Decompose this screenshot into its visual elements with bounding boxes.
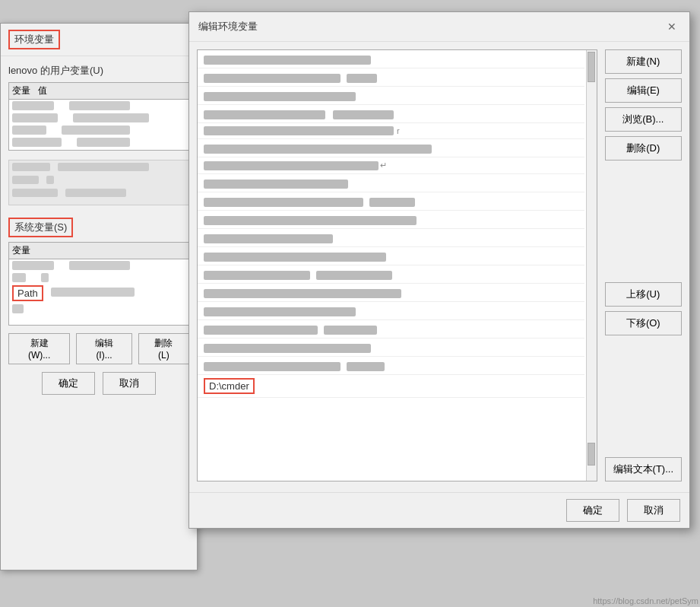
- env-ok-btn[interactable]: 确定: [42, 372, 95, 395]
- env-dialog-title: 环境变量: [8, 30, 60, 49]
- sys-blur1v: [69, 261, 130, 270]
- edit-user-var-btn[interactable]: 编辑(I)...: [76, 333, 132, 364]
- path-list[interactable]: r ↵: [197, 49, 597, 481]
- new-path-btn[interactable]: 新建(N): [605, 49, 682, 74]
- path-item-11[interactable]: [198, 229, 584, 247]
- user-vars-list[interactable]: 变量 值: [8, 82, 189, 151]
- system-vars-list[interactable]: 变量 Path: [8, 242, 189, 326]
- path-blur-9: [204, 198, 363, 207]
- edit-dialog-close-btn[interactable]: ✕: [664, 18, 680, 35]
- path-blur-3: [204, 92, 356, 101]
- scrollbar-thumb-top: [588, 52, 595, 82]
- sys-var-row-2[interactable]: [9, 272, 188, 284]
- path-blur-1: [204, 56, 371, 65]
- path-item-4[interactable]: [198, 105, 584, 123]
- sys-var-row-1[interactable]: [9, 259, 188, 272]
- path-blur-11: [204, 234, 333, 243]
- delete-path-btn[interactable]: 删除(D): [605, 136, 682, 160]
- sys-blur1: [12, 261, 54, 270]
- system-section-label: 系统变量(S): [8, 218, 73, 237]
- path-suffix-7: ↵: [380, 160, 387, 170]
- env-dialog-body: lenovo 的用户变量(U) 变量 值: [1, 56, 197, 402]
- path-item-18[interactable]: [198, 357, 584, 375]
- sys-var-row-3[interactable]: [9, 303, 188, 315]
- path-item-3[interactable]: [198, 87, 584, 105]
- env-dialog-actions: 新建(W)... 编辑(I)... 删除(L) 确定 取消: [8, 333, 189, 395]
- col-var: 变量: [12, 84, 30, 97]
- blur-section-middle: [8, 160, 189, 205]
- btn-spacer2: [605, 340, 682, 453]
- blur-val1: [69, 101, 130, 110]
- path-item-17[interactable]: [198, 338, 584, 357]
- edit-dialog-footer: 确定 取消: [189, 492, 689, 528]
- path-blur-13: [204, 271, 310, 280]
- path-item-7[interactable]: ↵: [198, 157, 584, 174]
- btn-spacer: [605, 165, 682, 278]
- path-item-13[interactable]: [198, 265, 584, 284]
- path-list-inner: r ↵: [198, 50, 597, 398]
- path-item-15[interactable]: [198, 302, 584, 320]
- edit-env-var-dialog: 编辑环境变量 ✕: [188, 11, 690, 529]
- blur-var3: [12, 126, 46, 135]
- edit-dialog-body: r ↵: [189, 42, 689, 489]
- watermark: https://blog.csdn.net/petSym: [591, 595, 700, 607]
- path-item-2[interactable]: [198, 68, 584, 87]
- path-blur-2: [204, 74, 340, 83]
- env-cancel-btn[interactable]: 取消: [103, 372, 156, 395]
- path-blur-12: [204, 253, 386, 262]
- user-var-row-3[interactable]: [9, 124, 188, 136]
- path-item-9[interactable]: [198, 192, 584, 211]
- path-blur-13b: [316, 271, 392, 280]
- path-item-16[interactable]: [198, 320, 584, 338]
- env-ok-cancel-row: 确定 取消: [8, 372, 189, 395]
- edit-cancel-btn[interactable]: 取消: [627, 499, 680, 522]
- user-vars-section: lenovo 的用户变量(U) 变量 值: [8, 64, 189, 151]
- user-vars-header: 变量 值: [9, 83, 188, 100]
- path-var-row[interactable]: Path: [9, 284, 188, 303]
- move-down-btn[interactable]: 下移(O): [605, 311, 682, 335]
- blur-var2: [12, 113, 58, 122]
- path-label: Path: [12, 285, 43, 301]
- system-vars-section: 系统变量(S) 变量 Path: [8, 218, 189, 326]
- delete-user-var-btn[interactable]: 删除(L): [138, 333, 189, 364]
- cmder-path-row[interactable]: D:\cmder: [198, 375, 584, 398]
- col-val: 值: [38, 84, 47, 97]
- path-blur-8: [204, 180, 348, 189]
- env-variables-dialog: 环境变量 lenovo 的用户变量(U) 变量 值: [0, 23, 198, 570]
- path-blur-17: [204, 344, 371, 353]
- path-blur-16b: [324, 326, 377, 335]
- path-item-14[interactable]: [198, 284, 584, 302]
- path-blur-4b: [333, 110, 394, 119]
- user-var-row-2[interactable]: [9, 112, 188, 124]
- edit-text-btn[interactable]: 编辑文本(T)...: [605, 457, 682, 481]
- path-item-5[interactable]: r: [198, 123, 584, 139]
- browse-path-btn[interactable]: 浏览(B)...: [605, 107, 682, 132]
- edit-dialog-title: 编辑环境变量: [198, 20, 258, 33]
- path-suffix-5: r: [397, 126, 400, 135]
- path-blur-15: [204, 307, 356, 316]
- edit-path-btn[interactable]: 编辑(E): [605, 78, 682, 103]
- path-item-6[interactable]: [198, 139, 584, 157]
- path-blur-16: [204, 326, 318, 335]
- move-up-btn[interactable]: 上移(U): [605, 282, 682, 307]
- sys-blur3: [12, 304, 24, 313]
- blur-val3: [62, 126, 130, 135]
- user-var-row-1[interactable]: [9, 100, 188, 112]
- path-blur-2b: [347, 74, 377, 83]
- scrollbar-thumb-bottom: [588, 443, 595, 466]
- path-item-12[interactable]: [198, 247, 584, 265]
- path-item-10[interactable]: [198, 211, 584, 229]
- edit-ok-btn[interactable]: 确定: [566, 499, 619, 522]
- path-item-8[interactable]: [198, 174, 584, 192]
- path-blur-5: [204, 126, 394, 135]
- env-dialog-titlebar: 环境变量: [1, 24, 197, 56]
- blur-val4: [77, 138, 130, 147]
- sys-blur2: [12, 273, 26, 282]
- new-user-var-btn[interactable]: 新建(W)...: [8, 333, 70, 364]
- blur-var1: [12, 101, 54, 110]
- user-section-label: lenovo 的用户变量(U): [8, 64, 189, 78]
- path-item-1[interactable]: [198, 50, 584, 68]
- scrollbar-track[interactable]: [586, 50, 597, 481]
- path-blur-18: [204, 362, 340, 371]
- user-var-row-4[interactable]: [9, 136, 188, 148]
